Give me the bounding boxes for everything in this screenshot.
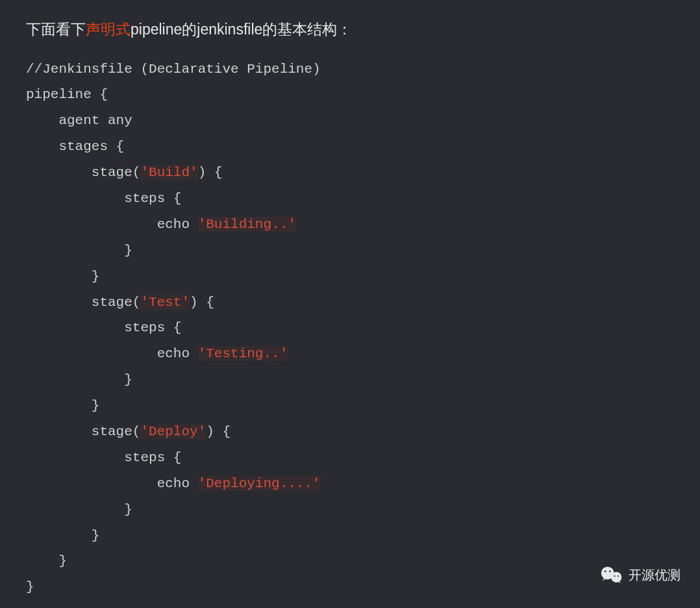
code-line: stage( (26, 165, 140, 180)
code-line: ) { (206, 424, 231, 439)
svg-point-1 (611, 572, 621, 583)
watermark: 开源优测 (600, 565, 681, 585)
code-line: } (26, 553, 67, 568)
code-line: stage( (26, 295, 140, 310)
code-line: steps { (26, 191, 181, 206)
code-line: //Jenkinsfile (Declarative Pipeline) (26, 62, 321, 77)
code-line: steps { (26, 450, 181, 465)
code-line: ) { (190, 295, 214, 310)
code-line: } (26, 243, 132, 258)
watermark-text: 开源优测 (629, 566, 681, 584)
heading-before: 下面看下 (26, 21, 86, 38)
code-line: stage( (26, 424, 140, 439)
code-line: agent any (26, 113, 132, 128)
code-line: ) { (198, 165, 223, 180)
svg-point-4 (614, 576, 615, 577)
code-line: echo (26, 476, 198, 491)
intro-heading: 下面看下声明式pipeline的jenkinsfile的基本结构： (26, 18, 674, 41)
svg-point-3 (609, 570, 611, 572)
heading-highlight: 声明式 (86, 21, 131, 38)
code-line: stages { (26, 139, 124, 154)
code-line: pipeline { (26, 87, 108, 102)
code-line: } (26, 372, 132, 387)
code-line: echo (26, 346, 198, 361)
code-line: } (26, 528, 99, 543)
svg-point-5 (618, 576, 619, 577)
code-string: 'Testing..' (198, 346, 288, 361)
heading-after: pipeline的jenkinsfile的基本结构： (131, 21, 352, 38)
code-block: //Jenkinsfile (Declarative Pipeline) pip… (26, 57, 674, 601)
code-line: echo (26, 217, 198, 232)
code-string: 'Building..' (198, 217, 296, 232)
code-line: } (26, 579, 34, 594)
code-line: steps { (26, 320, 181, 335)
svg-point-2 (605, 570, 606, 572)
code-string: 'Test' (140, 295, 190, 310)
code-line: } (26, 269, 99, 284)
wechat-icon (600, 565, 623, 585)
code-string: 'Build' (140, 165, 197, 180)
code-line: } (26, 398, 99, 413)
code-string: 'Deploy' (140, 424, 206, 439)
code-line: } (26, 502, 132, 517)
code-string: 'Deploying....' (198, 476, 321, 491)
